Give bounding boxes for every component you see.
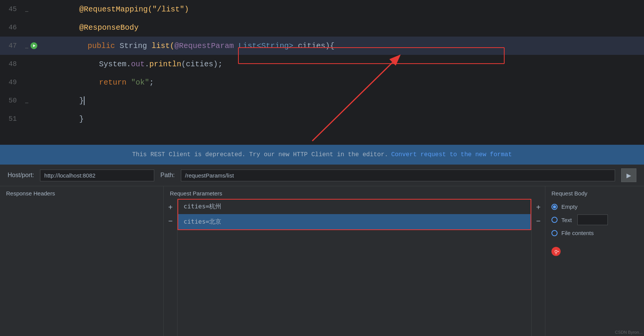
go-button[interactable]: ▶ bbox=[621, 168, 636, 182]
fold-icon-50[interactable]: ⎯ bbox=[23, 98, 30, 104]
out: out bbox=[131, 60, 145, 69]
deprecation-message: This REST Client is deprecated. Try our … bbox=[132, 151, 388, 158]
path-input[interactable] bbox=[181, 170, 615, 181]
response-headers-title: Response Headers bbox=[0, 186, 163, 199]
param-type: List<String> bbox=[238, 42, 298, 50]
code-line-50: 50 ⎯ } bbox=[0, 91, 644, 110]
request-body-title: Request Body bbox=[545, 186, 644, 199]
code-editor: 45 ⎯ @RequestMapping("/list") 46 @Respon… bbox=[0, 0, 644, 145]
add-remove-right: + − bbox=[531, 199, 545, 336]
params-list: cities=杭州 cities=北京 bbox=[177, 199, 531, 336]
method-list: list( bbox=[152, 42, 174, 50]
deprecation-banner: This REST Client is deprecated. Try our … bbox=[0, 145, 644, 165]
line-number-46: 46 bbox=[0, 24, 23, 31]
radio-empty[interactable]: Empty bbox=[551, 203, 638, 210]
add-param-right-button[interactable]: + bbox=[533, 202, 544, 213]
line-number-51: 51 bbox=[0, 115, 23, 123]
radio-text-label: Text bbox=[561, 217, 572, 223]
line-number-50: 50 bbox=[0, 97, 23, 104]
response-headers-panel: Response Headers bbox=[0, 186, 164, 336]
semicolon: ; bbox=[149, 78, 154, 87]
param-value-1: cities=北京 bbox=[181, 218, 221, 226]
path-label: Path: bbox=[160, 172, 174, 179]
remove-param-right-button[interactable]: − bbox=[533, 216, 544, 226]
host-label: Host/port: bbox=[8, 172, 34, 179]
closing-brace: } bbox=[79, 96, 84, 105]
param-row-0[interactable]: cities=杭州 bbox=[177, 199, 531, 214]
line-number-45: 45 bbox=[0, 5, 23, 13]
radio-file[interactable]: File contents bbox=[551, 230, 638, 236]
remove-param-button[interactable]: − bbox=[165, 216, 176, 226]
radio-file-label: File contents bbox=[561, 230, 594, 236]
request-params-title: Request Parameters bbox=[170, 190, 222, 197]
return-kw: return bbox=[99, 78, 131, 87]
annotation-responsebody: @ResponseBody bbox=[79, 23, 139, 32]
param-value-0: cities=杭州 bbox=[181, 203, 221, 211]
request-params-panel: Request Parameters + − cities=杭州 bbox=[164, 186, 545, 336]
convert-link[interactable]: Convert request to the new format bbox=[391, 151, 512, 158]
ok-string: "ok" bbox=[131, 78, 149, 87]
param-row-1[interactable]: cities=北京 bbox=[177, 214, 531, 229]
param-name: cities bbox=[298, 42, 325, 50]
fold-icon-47[interactable]: ⎯ bbox=[23, 43, 30, 49]
text-body-input[interactable] bbox=[577, 214, 608, 225]
line-number-49: 49 bbox=[0, 78, 23, 86]
radio-text[interactable]: Text bbox=[551, 214, 638, 225]
add-param-button[interactable]: + bbox=[165, 202, 176, 213]
radio-file-circle bbox=[551, 230, 558, 236]
dot1: . bbox=[126, 60, 131, 69]
param-annotation: @RequestParam bbox=[174, 42, 238, 50]
annotation-mapping: @RequestMapping("/list") bbox=[79, 5, 189, 14]
line-number-48: 48 bbox=[0, 60, 23, 68]
body-options: Empty Text File contents bbox=[545, 199, 644, 261]
code-lines: 45 ⎯ @RequestMapping("/list") 46 @Respon… bbox=[0, 0, 644, 128]
radio-empty-circle bbox=[551, 204, 558, 210]
run-icon[interactable] bbox=[30, 42, 37, 49]
host-path-bar: Host/port: Path: ▶ bbox=[0, 165, 644, 186]
println-args: (cities); bbox=[181, 60, 222, 69]
panels-row: Response Headers Request Parameters + − bbox=[0, 186, 644, 336]
outer-brace: } bbox=[79, 115, 84, 123]
line-number-47: 47 bbox=[0, 42, 23, 50]
kw-public: public bbox=[88, 42, 120, 50]
response-headers-content bbox=[0, 199, 163, 336]
watermark: CSDN Byron... bbox=[615, 330, 642, 334]
add-remove-left: + − bbox=[164, 199, 177, 336]
host-input[interactable] bbox=[40, 170, 154, 181]
system-out: System bbox=[99, 60, 126, 69]
rest-client-panel: Host/port: Path: ▶ Response Headers Requ… bbox=[0, 165, 644, 336]
code-line-49: 49 return "ok"; bbox=[0, 73, 644, 91]
line-content-51: } bbox=[30, 106, 84, 132]
radio-text-circle bbox=[551, 217, 558, 223]
fold-icon-45[interactable]: ⎯ bbox=[23, 6, 30, 12]
code-line-51: 51 } bbox=[0, 110, 644, 128]
center-panel-inner: + − cities=杭州 cities=北京 bbox=[164, 199, 545, 336]
radio-empty-label: Empty bbox=[561, 203, 578, 210]
app-wrapper: 45 ⎯ @RequestMapping("/list") 46 @Respon… bbox=[0, 0, 644, 336]
request-body-panel: Request Body Empty Text bbox=[545, 186, 644, 336]
dot2: . bbox=[145, 60, 149, 69]
brace-open: ){ bbox=[325, 42, 334, 50]
settings-icon[interactable] bbox=[551, 247, 561, 256]
type-string: String bbox=[120, 42, 152, 50]
println: println bbox=[149, 60, 181, 69]
params-header: Request Parameters bbox=[164, 186, 545, 199]
cursor bbox=[84, 96, 85, 105]
